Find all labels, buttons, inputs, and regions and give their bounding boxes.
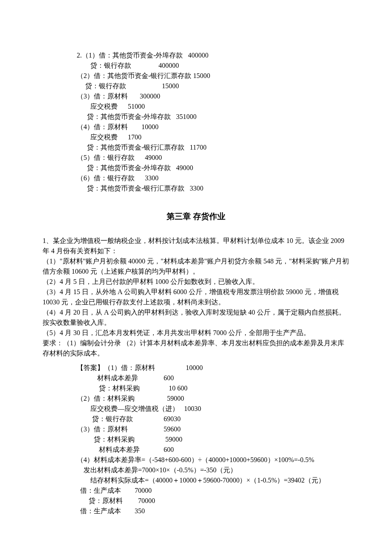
document-page: 2.（1）借：其他货币资金-外埠存款 400000 贷：银行存款 400000 …: [0, 0, 392, 555]
question-paragraph: （2）4 月 5 日，上月已付款的甲材料 1000 公斤如数收到，已验收入库。: [43, 277, 349, 287]
answer-line: 材料成本差异 600: [77, 373, 349, 383]
question-paragraph: 1、某企业为增值税一般纳税企业，材料按计划成本法核算。甲材料计划单位成本 10 …: [43, 236, 349, 256]
entry-line: 贷：银行存款 400000: [77, 61, 349, 71]
question-paragraph: （4）4 月 20 日，从 A 公司购入的甲材料到达，验收入库时发现短缺 40 …: [43, 307, 349, 328]
answer-line: 【答案】（1）借：原材料 10000: [77, 363, 349, 373]
entry-line: （5）借：银行存款 49000: [77, 153, 349, 163]
entry-line: 2.（1）借：其他货币资金-外埠存款 400000: [77, 50, 349, 61]
entry-line: 应交税费 51000: [77, 101, 349, 112]
answer-line: （3）借：原材料 59600: [77, 424, 349, 434]
chapter-title: 第三章 存货作业: [43, 211, 349, 223]
answer-block: 【答案】（1）借：原材料 10000 材料成本差异 600 贷：材料采购 10 …: [77, 363, 349, 516]
entry-line: （4）借：原材料 10000: [77, 122, 349, 132]
entry-line: 应交税费 1700: [77, 132, 349, 142]
question-paragraph: （3）4 月 15 日，从外地 A 公司购入甲材料 6000 公斤，增值税专用发…: [43, 287, 349, 307]
entry-line: （6）借：银行存款 3300: [77, 173, 349, 183]
answer-line: 结存材料实际成本=（40000＋10000＋59600-70000）×（1-0.…: [77, 475, 349, 486]
entry-line: 贷：其他货币资金-银行汇票存款 11700: [77, 142, 349, 153]
entry-line: 贷：其他货币资金-外埠存款 49000: [77, 163, 349, 173]
answer-line: 贷：原材料 70000: [77, 496, 349, 506]
answer-line: （2）借：材料采购 59000: [77, 393, 349, 404]
answer-line: 发出材料成本差异=7000×10×（-0.5%）=-350（元）: [77, 465, 349, 475]
entry-line: 贷：其他货币资金-外埠存款 351000: [77, 112, 349, 122]
answer-line: 材料成本差异 600: [77, 445, 349, 455]
question-paragraph: （5）4 月 30 日，汇总本月发料凭证，本月共发出甲材料 7000 公斤，全部…: [43, 328, 349, 338]
answer-line: 贷：材料采购 59000: [77, 434, 349, 445]
answer-line: 贷：银行存款 69030: [77, 414, 349, 424]
question-block: 1、某企业为增值税一般纳税企业，材料按计划成本法核算。甲材料计划单位成本 10 …: [43, 236, 349, 358]
entry-line: （3）借：原材料 300000: [77, 91, 349, 101]
answer-line: 借：生产成本 70000: [77, 486, 349, 496]
entry-line: 贷：银行存款 15000: [77, 81, 349, 91]
question-paragraph: （1）"原材料"账户月初余额 40000 元，"材料成本差异"账户月初贷方余额 …: [43, 256, 349, 277]
question-paragraph: 要求：（1）编制会计分录 （2）计算本月材料成本差异率、本月发出材料应负担的成本…: [43, 338, 349, 358]
entry-line: （2）借：其他货币资金-银行汇票存款 15000: [77, 71, 349, 81]
answer-line: 应交税费—应交增值税（进） 10030: [77, 404, 349, 414]
accounting-entries-section1: 2.（1）借：其他货币资金-外埠存款 400000 贷：银行存款 400000 …: [77, 50, 349, 194]
answer-line: （4）材料成本差异率=（-548+600-600）÷（40000+10000+5…: [77, 455, 349, 465]
answer-line: 借：生产成本 350: [77, 506, 349, 516]
entry-line: 贷：其他货币资金-银行汇票存款 3300: [77, 183, 349, 194]
answer-line: 贷：材料采购 10 600: [77, 383, 349, 393]
